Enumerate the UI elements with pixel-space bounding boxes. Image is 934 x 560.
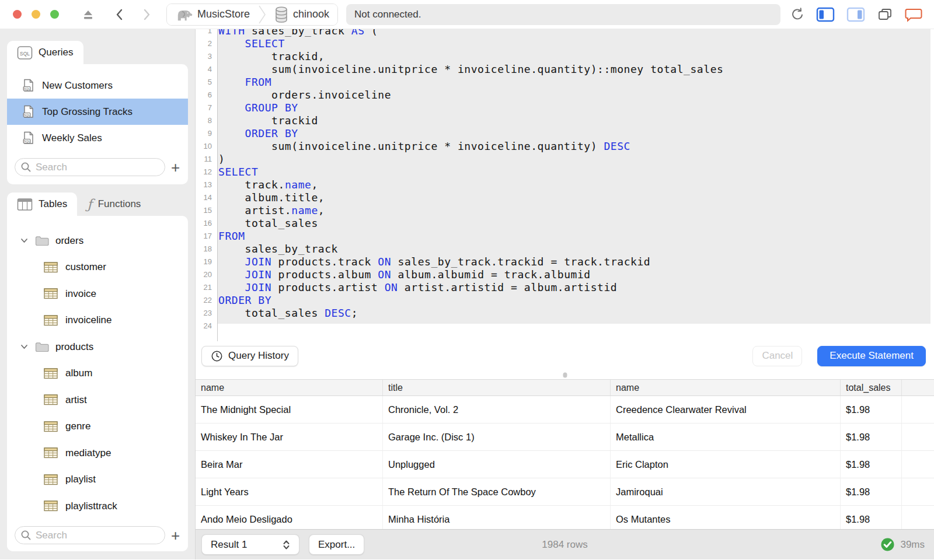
code-line: SELECT [218, 37, 723, 50]
tab-queries[interactable]: SQL Queries [7, 41, 83, 64]
query-history-button[interactable]: Query History [201, 346, 298, 366]
results-cell[interactable]: Beira Mar [196, 451, 383, 478]
tree-table-row[interactable]: customer [7, 254, 188, 281]
sql-editor[interactable]: 123456789101112131415161718192021222324 … [196, 29, 934, 341]
results-cell[interactable]: Os Mutantes [611, 506, 841, 529]
line-number: 10 [196, 140, 217, 153]
results-column-header[interactable]: name [611, 380, 841, 396]
disclosure-chevron-icon[interactable] [20, 236, 29, 245]
overlapping-windows-icon [877, 7, 893, 22]
results-cell[interactable]: Light Years [196, 478, 383, 505]
tree-folder-row[interactable]: products [7, 334, 188, 360]
disconnect-eject-button[interactable] [81, 8, 95, 22]
tables-search-input[interactable] [32, 530, 165, 541]
query-list-item[interactable]: SQLTop Grossing Tracks [7, 99, 188, 125]
results-cell[interactable]: Minha História [383, 506, 611, 529]
add-query-button[interactable]: + [169, 160, 182, 175]
results-cell[interactable]: Unplugged [383, 451, 611, 478]
results-cell[interactable]: The Return Of The Space Cowboy [383, 478, 611, 505]
results-cell[interactable]: $1.98 [841, 451, 902, 478]
results-cell[interactable] [902, 451, 934, 478]
navigate-back-button[interactable] [113, 7, 128, 22]
close-window-button[interactable] [13, 10, 22, 19]
tree-table-row[interactable]: genre [7, 414, 188, 440]
code-line: total_sales DESC; [218, 307, 723, 320]
breadcrumb-database[interactable]: chinook [266, 4, 337, 25]
navigate-forward-button[interactable] [138, 7, 154, 22]
results-column-header[interactable]: total_sales [841, 380, 902, 396]
row-count: 1984 rows [196, 539, 934, 551]
tree-table-row[interactable]: invoice [7, 281, 188, 307]
queries-search-input[interactable] [32, 162, 165, 173]
export-label: Export... [318, 539, 355, 551]
results-row: Ando Meio DesligadoMinha HistóriaOs Muta… [196, 506, 934, 529]
tree-item-label: customer [65, 261, 106, 273]
execute-statement-button[interactable]: Execute Statement [817, 346, 926, 366]
results-row: Beira MarUnpluggedEric Clapton$1.98 [196, 451, 934, 478]
results-cell[interactable]: Ando Meio Desligado [196, 506, 383, 529]
tree-table-row[interactable]: mediatype [7, 440, 188, 467]
line-number: 20 [196, 268, 217, 281]
line-number: 24 [196, 320, 217, 332]
results-header-row: nametitlenametotal_sales [196, 380, 934, 396]
window-controls [13, 10, 59, 19]
tree-table-row[interactable]: playlisttrack [7, 493, 188, 520]
minimize-window-button[interactable] [32, 10, 40, 19]
results-column-header[interactable] [902, 380, 934, 396]
line-number: 2 [196, 37, 217, 50]
results-column-header[interactable]: title [383, 380, 611, 396]
results-cell[interactable]: Creedence Clearwater Revival [611, 396, 841, 423]
results-cell[interactable]: The Midnight Special [196, 396, 383, 423]
results-cell[interactable] [902, 506, 934, 529]
query-item-label: New Customers [42, 80, 113, 92]
results-cell[interactable] [902, 478, 934, 505]
query-history-label: Query History [228, 350, 289, 362]
search-icon [20, 162, 32, 173]
tab-tables[interactable]: Tables [7, 192, 77, 216]
tab-functions-label: Functions [98, 198, 141, 210]
disclosure-chevron-icon[interactable] [20, 342, 29, 351]
tab-functions[interactable]: ƒ Functions [77, 192, 151, 216]
tree-table-row[interactable]: invoiceline [7, 307, 188, 334]
table-grid-icon [44, 394, 58, 405]
results-cell[interactable]: Eric Clapton [611, 451, 841, 478]
query-item-label: Top Grossing Tracks [42, 106, 133, 118]
window-tabs-button[interactable] [877, 7, 893, 22]
export-button[interactable]: Export... [309, 534, 364, 555]
server-name: MusicStore [197, 8, 250, 20]
results-cell[interactable] [902, 424, 934, 450]
results-cell[interactable]: $1.98 [841, 424, 902, 450]
results-cell[interactable]: $1.98 [841, 396, 902, 423]
query-list-item[interactable]: SQLWeekly Sales [7, 125, 188, 151]
results-column-header[interactable]: name [196, 380, 383, 396]
results-cell[interactable]: Metallica [611, 424, 841, 450]
results-cell[interactable] [902, 396, 934, 423]
cancel-button[interactable]: Cancel [752, 346, 802, 366]
results-cell[interactable]: Jamiroquai [611, 478, 841, 505]
line-number: 5 [196, 76, 217, 89]
reload-button[interactable] [790, 7, 804, 22]
tree-item-label: orders [55, 235, 83, 247]
tree-table-row[interactable]: playlist [7, 467, 188, 494]
results-cell[interactable]: Garage Inc. (Disc 1) [383, 424, 611, 450]
editor-results-splitter[interactable] [196, 370, 934, 379]
line-number: 17 [196, 230, 217, 243]
toggle-right-sidebar-button[interactable] [846, 7, 865, 22]
breadcrumb-server[interactable]: MusicStore [167, 4, 258, 25]
table-grid-icon [44, 288, 58, 299]
results-cell[interactable]: Chronicle, Vol. 2 [383, 396, 611, 423]
results-cell[interactable]: $1.98 [841, 478, 902, 505]
tree-table-row[interactable]: artist [7, 387, 188, 414]
code-line: album.title, [218, 191, 723, 204]
result-selector-dropdown[interactable]: Result 1 [201, 534, 299, 555]
tree-folder-row[interactable]: orders [7, 228, 188, 254]
tree-table-row[interactable]: album [7, 360, 188, 387]
zoom-window-button[interactable] [50, 10, 59, 19]
results-cell[interactable]: $1.98 [841, 506, 902, 529]
feedback-button[interactable] [905, 7, 922, 22]
add-table-button[interactable]: + [169, 528, 182, 543]
results-cell[interactable]: Whiskey In The Jar [196, 424, 383, 450]
code-line: ORDER BY [218, 127, 723, 140]
query-list-item[interactable]: SQLNew Customers [7, 72, 188, 99]
toggle-left-sidebar-button[interactable] [816, 7, 835, 22]
